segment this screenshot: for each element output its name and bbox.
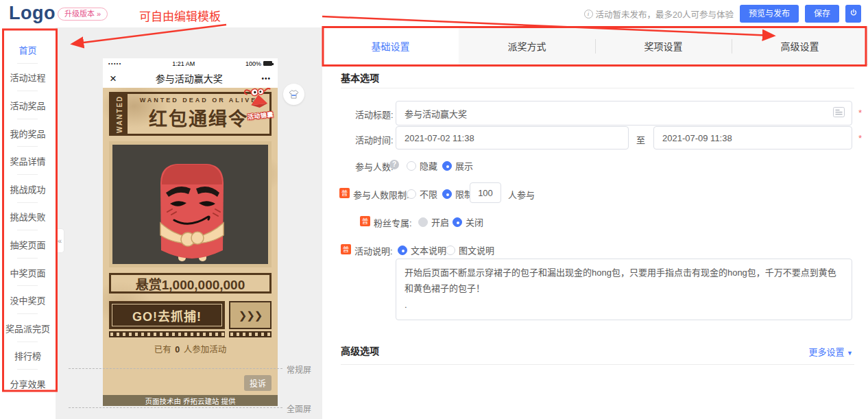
version-badge: 普 bbox=[339, 188, 350, 198]
sidebar-item-lottery-page[interactable]: 抽奖页面 bbox=[0, 230, 56, 259]
go-catch-button[interactable]: GO!去抓捕! bbox=[109, 301, 225, 329]
radio-show[interactable]: 展示 bbox=[442, 159, 473, 172]
tab-advanced-settings[interactable]: 高级设置 bbox=[732, 27, 868, 64]
radio-text-desc[interactable]: 文本说明 bbox=[398, 243, 446, 256]
radio-image-desc[interactable]: 图文说明 bbox=[446, 243, 494, 256]
radio-dot bbox=[398, 246, 407, 255]
joined-count-line: 已有 0 人参加活动 bbox=[109, 342, 272, 355]
activity-tips-badge[interactable]: 活动锦囊 bbox=[241, 88, 278, 121]
sidebar-item-challenge-fail[interactable]: 挑战失败 bbox=[0, 203, 56, 231]
sidebar-item-challenge-success[interactable]: 挑战成功 bbox=[0, 175, 56, 203]
poster-subtitle: WANTED DEAD OR ALIVE bbox=[140, 97, 258, 104]
radio-hide[interactable]: 隐藏 bbox=[407, 159, 437, 172]
header-actions: i 活动暂未发布，最多20人可参与体验 预览与发布 保存 bbox=[584, 0, 861, 27]
sidebar-item-activity-prizes[interactable]: 活动奖品 bbox=[0, 91, 56, 119]
phone-footer-credit: 页面技术由 乔拓云建站 提供 bbox=[103, 395, 278, 406]
battery-percent: 100% bbox=[245, 60, 261, 67]
report-button[interactable]: 投诉 bbox=[244, 375, 272, 391]
radio-fans-off[interactable]: 关闭 bbox=[453, 215, 483, 228]
start-time-input[interactable] bbox=[396, 126, 629, 149]
full-screen-guide bbox=[69, 407, 282, 408]
more-settings-link[interactable]: 更多设置 ▼ bbox=[808, 345, 853, 358]
annotation-arrow-to-sidebar bbox=[73, 25, 226, 44]
radio-fans-on[interactable]: 开启 bbox=[418, 215, 449, 228]
rich-text-icon[interactable] bbox=[833, 107, 845, 120]
radio-dot bbox=[442, 161, 452, 171]
divider bbox=[341, 88, 854, 88]
publish-status-note: i 活动暂未发布，最多20人可参与体验 bbox=[584, 8, 734, 21]
radio-dot bbox=[446, 246, 455, 255]
version-badge: 普 bbox=[360, 216, 370, 226]
upgrade-version-button[interactable]: 升级版本 » bbox=[58, 8, 108, 21]
tshirt-icon bbox=[288, 89, 300, 99]
radio-limited[interactable]: 限制 bbox=[442, 187, 473, 200]
sidebar-item-prize-finished-page[interactable]: 奖品派完页 bbox=[0, 314, 56, 342]
phone-nav-bar: × 参与活动赢大奖 ••• bbox=[103, 69, 278, 88]
sidebar-item-activity-process[interactable]: 活动过程 bbox=[0, 64, 56, 92]
help-icon[interactable]: ? bbox=[389, 160, 399, 169]
save-button[interactable]: 保存 bbox=[805, 5, 839, 23]
battery-icon bbox=[263, 61, 272, 66]
reward-banner: 悬赏1,000,000,000 bbox=[109, 273, 272, 294]
advanced-options-heading: 高级选项 bbox=[341, 344, 379, 357]
normal-screen-guide bbox=[69, 368, 282, 369]
radio-dot bbox=[407, 189, 416, 199]
settings-tabs: 基础设置 派奖方式 奖项设置 高级设置 bbox=[322, 27, 868, 65]
chevrons-button[interactable]: ❯❯❯ bbox=[229, 301, 272, 329]
end-time-input[interactable] bbox=[653, 126, 852, 149]
radio-dot bbox=[453, 217, 462, 227]
joined-count: 0 bbox=[173, 345, 181, 355]
poster-title: 红包通缉令 bbox=[149, 104, 248, 131]
participant-limit-label: 参与人数限制: bbox=[353, 188, 409, 201]
power-icon bbox=[849, 8, 858, 20]
radio-unlimited[interactable]: 不限 bbox=[407, 187, 437, 200]
tab-basic-settings[interactable]: 基础设置 bbox=[322, 27, 459, 64]
sidebar-item-my-prizes[interactable]: 我的奖品 bbox=[0, 119, 56, 147]
sidebar-item-prize-detail[interactable]: 奖品详情 bbox=[0, 147, 56, 175]
activity-description-textarea[interactable]: 开始后页面不断显示穿裙子的包子和漏出现金的hong包，只要用手指点击有现金的ho… bbox=[396, 259, 852, 320]
app-logo: Logo bbox=[9, 3, 56, 24]
close-icon[interactable]: × bbox=[110, 73, 117, 84]
required-mark: * bbox=[858, 108, 862, 118]
normal-screen-label: 常规屏 bbox=[287, 363, 311, 375]
info-icon: i bbox=[584, 10, 593, 19]
red-packet-character bbox=[115, 154, 266, 264]
radio-dot bbox=[418, 217, 428, 227]
activity-time-label: 活动时间: bbox=[355, 133, 394, 146]
limit-suffix: 人参与 bbox=[508, 188, 535, 201]
tab-prize-method[interactable]: 派奖方式 bbox=[459, 27, 595, 64]
change-skin-button[interactable] bbox=[283, 84, 304, 105]
signal-dots-icon: ••••• bbox=[108, 61, 122, 66]
caret-down-icon: ▼ bbox=[847, 350, 853, 357]
sidebar-collapse-handle[interactable]: « bbox=[56, 228, 64, 253]
status-time: 1:21 AM bbox=[122, 60, 245, 67]
full-screen-label: 全面屏 bbox=[287, 403, 311, 414]
phone-status-bar: ••••• 1:21 AM 100% bbox=[103, 58, 278, 69]
limit-count-input[interactable] bbox=[470, 182, 501, 203]
settings-form-panel: 基本选项 活动标题: * 活动时间: 至 * 参与人数: ? 隐藏 展示 普 参… bbox=[322, 65, 868, 419]
participant-count-label: 参与人数: bbox=[355, 160, 394, 173]
poster-character-frame bbox=[109, 141, 272, 267]
phone-page-title: 参与活动赢大奖 bbox=[117, 71, 262, 85]
tab-prize-settings[interactable]: 奖项设置 bbox=[595, 27, 732, 64]
activity-poster: WANTED WANTED DEAD OR ALIVE 红包通缉令 bbox=[103, 88, 278, 395]
top-header: Logo 升级版本 » i 活动暂未发布，最多20人可参与体验 预览与发布 保存 bbox=[0, 0, 868, 27]
more-dots-icon[interactable]: ••• bbox=[261, 75, 271, 82]
publish-status-text: 活动暂未发布，最多20人可参与体验 bbox=[596, 8, 734, 21]
sidebar-item-ranking[interactable]: 排行榜 bbox=[0, 342, 56, 370]
activity-title-input[interactable] bbox=[396, 101, 852, 125]
time-joiner: 至 bbox=[636, 133, 645, 146]
sidebar-item-home[interactable]: 首页 bbox=[0, 36, 56, 64]
divider bbox=[341, 364, 854, 365]
annotation-text: 可自由编辑模板 bbox=[139, 7, 221, 24]
sidebar-item-win-page[interactable]: 中奖页面 bbox=[0, 259, 56, 287]
sidebar-item-no-win-page[interactable]: 没中奖页 bbox=[0, 286, 56, 314]
power-button[interactable] bbox=[845, 5, 861, 23]
page-sidebar: 首页 活动过程 活动奖品 我的奖品 奖品详情 挑战成功 挑战失败 抽奖页面 中奖… bbox=[0, 27, 56, 419]
phone-preview: ••••• 1:21 AM 100% × 参与活动赢大奖 ••• WANTED … bbox=[103, 58, 278, 406]
film-strip-decoration bbox=[109, 331, 272, 337]
preview-publish-button[interactable]: 预览与发布 bbox=[740, 5, 799, 23]
activity-desc-label: 活动说明: bbox=[354, 244, 393, 257]
sidebar-item-share-effect[interactable]: 分享效果 bbox=[0, 370, 56, 398]
go-row: GO!去抓捕! ❯❯❯ bbox=[109, 301, 272, 329]
